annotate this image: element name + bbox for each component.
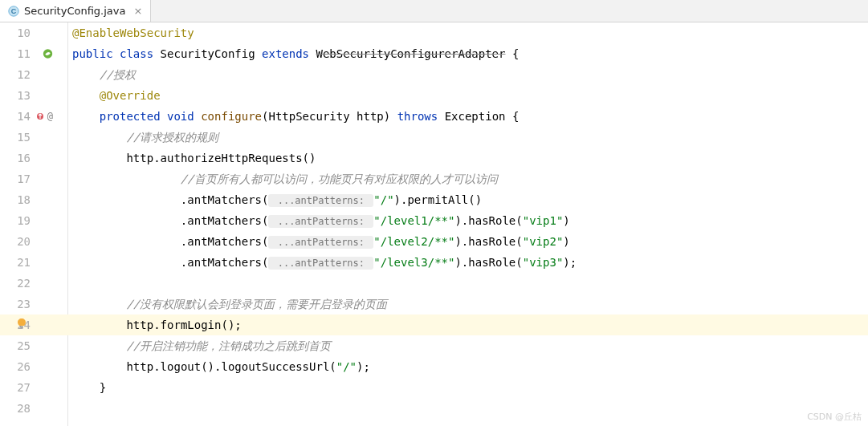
tab-bar: C SecurityConfig.java × (0, 0, 868, 22)
tab-label: SecurityConfig.java (24, 5, 125, 17)
code-line: } (55, 377, 868, 398)
code-line: http.authorizeHttpRequests() (55, 148, 868, 168)
gutter-line: 19 (0, 210, 55, 231)
svg-rect-4 (20, 327, 23, 328)
code-area[interactable]: @EnableWebSecurity public class Security… (55, 22, 868, 426)
gutter-line: 25 (0, 335, 55, 356)
param-hint: ...antPatterns: (268, 236, 373, 249)
gutter-line: 21 (0, 252, 55, 273)
gutter-line: 13 (0, 85, 55, 106)
code-line: .antMatchers( ...antPatterns: "/level2/*… (55, 231, 868, 252)
gutter-line: 18 (0, 189, 55, 210)
watermark: CSDN @丘桔 (807, 411, 862, 423)
lightbulb-icon[interactable] (16, 314, 27, 326)
code-line: //授权 (55, 64, 868, 85)
svg-text:C: C (11, 7, 17, 15)
close-icon[interactable]: × (133, 5, 142, 17)
gutter-spring-icon (43, 49, 53, 59)
tab-securityconfig[interactable]: C SecurityConfig.java × (0, 0, 151, 22)
gutter-line: 16 (0, 148, 55, 168)
code-line: http.logout().logoutSuccessUrl("/"); (55, 356, 868, 377)
code-line: public class SecurityConfig extends WebS… (55, 43, 868, 64)
code-line: protected void configure(HttpSecurity ht… (55, 106, 868, 127)
param-hint: ...antPatterns: (268, 215, 373, 228)
gutter-line: 28 (0, 398, 55, 419)
code-line (55, 398, 868, 419)
gutter-line: 10 (0, 22, 55, 43)
gutter-line: 20 (0, 231, 55, 252)
code-line: http.formLogin(); (55, 314, 868, 335)
gutter-line: 26 (0, 356, 55, 377)
code-line: .antMatchers( ...antPatterns: "/level3/*… (55, 252, 868, 273)
gutter-line: 24 (0, 314, 55, 335)
code-line: //没有权限默认会到登录页面，需要开启登录的页面 (55, 294, 868, 314)
editor[interactable]: 10 11 12 13 14 @ 15 16 17 18 19 20 21 22… (0, 22, 868, 426)
param-hint: ...antPatterns: (268, 257, 373, 270)
gutter-line: 23 (0, 294, 55, 314)
code-line: //开启注销功能，注销成功之后跳到首页 (55, 335, 868, 356)
gutter-line: 27 (0, 377, 55, 398)
gutter-line: 15 (0, 127, 55, 148)
code-line: //首页所有人都可以访问，功能页只有对应权限的人才可以访问 (55, 168, 868, 189)
code-line: @EnableWebSecurity (55, 22, 868, 43)
param-hint: ...antPatterns: (268, 194, 373, 207)
gutter-line: 14 @ (0, 106, 55, 127)
code-line (55, 273, 868, 294)
gutter-line: 11 (0, 43, 55, 64)
gutter: 10 11 12 13 14 @ 15 16 17 18 19 20 21 22… (0, 22, 55, 426)
code-line: .antMatchers( ...antPatterns: "/level1/*… (55, 210, 868, 231)
code-line: //请求授权的规则 (55, 127, 868, 148)
gutter-line: 22 (0, 273, 55, 294)
code-line: @Override (55, 85, 868, 106)
gutter-line: 17 (0, 168, 55, 189)
gutter-line: 12 (0, 64, 55, 85)
java-class-icon: C (8, 6, 19, 17)
code-line: .antMatchers( ...antPatterns: "/").permi… (55, 189, 868, 210)
gutter-override-icon[interactable]: @ (37, 106, 53, 127)
